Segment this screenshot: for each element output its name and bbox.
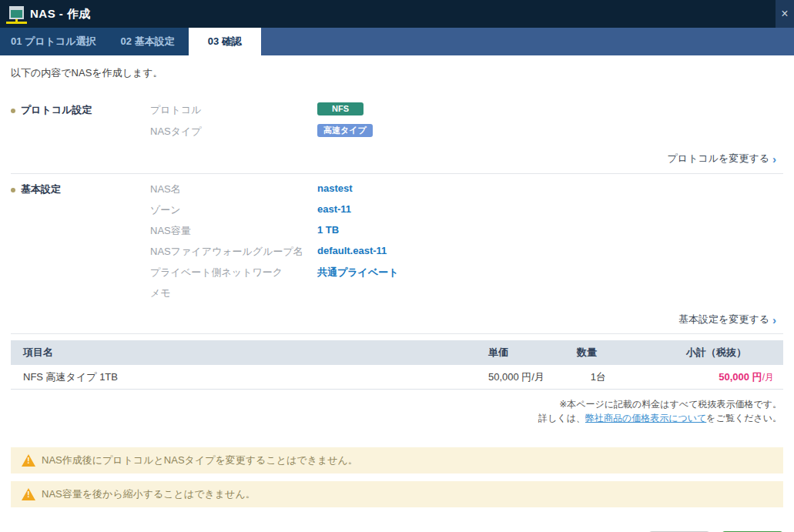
dialog-titlebar: NAS - 作成 ×: [0, 0, 794, 28]
tax-note: ※本ページに記載の料金はすべて税抜表示価格です。 詳しくは、弊社商品の価格表示に…: [11, 397, 783, 425]
change-protocol-link[interactable]: プロトコルを変更する ›: [11, 152, 776, 166]
nas-type-badge: 高速タイプ: [317, 124, 373, 137]
dialog-title: NAS - 作成: [30, 7, 91, 22]
warning-protocol-immutable: ! NAS作成後にプロトコルとNASタイプを変更することはできません。: [11, 447, 783, 473]
field-value-zone: east-11: [317, 202, 783, 223]
field-label: ゾーン: [150, 202, 317, 223]
warning-capacity-no-shrink: ! NAS容量を後から縮小することはできません。: [11, 481, 783, 507]
tax-note-line2: 詳しくは、弊社商品の価格表示についてをご覧ください。: [11, 411, 782, 425]
section-title-protocol: プロトコル設定: [21, 103, 92, 117]
field-label: NASファイアウォールグループ名: [150, 244, 317, 265]
field-value-capacity: 1 TB: [317, 223, 783, 244]
col-header-quantity: 数量: [544, 346, 606, 360]
section-title-basic: 基本設定: [21, 182, 61, 196]
warning-icon: !: [22, 454, 35, 467]
field-value-private-network: 共通プライベート: [317, 265, 783, 286]
field-label: NAS名: [150, 182, 317, 202]
warning-text: NAS作成後にプロトコルとNASタイプを変更することはできません。: [42, 453, 358, 467]
close-icon[interactable]: ×: [776, 0, 794, 28]
field-value-memo: [317, 286, 783, 306]
field-label: NAS容量: [150, 223, 317, 244]
change-basic-settings-link[interactable]: 基本設定を変更する ›: [11, 313, 776, 326]
warning-text: NAS容量を後から縮小することはできません。: [42, 487, 256, 501]
col-header-subtotal: 小計（税抜）: [606, 346, 783, 360]
price-table: 項目名 単価 数量 小計（税抜） NFS 高速タイプ 1TB 50,000 円/…: [11, 340, 783, 390]
tab-confirm[interactable]: 03 確認: [189, 28, 261, 55]
field-label: プロトコル: [150, 102, 317, 124]
tax-note-line1: ※本ページに記載の料金はすべて税抜表示価格です。: [11, 397, 782, 411]
section-bullet: [11, 109, 15, 113]
tab-basic-settings[interactable]: 02 基本設定: [107, 28, 189, 55]
basic-settings-section: 基本設定 NAS名 nastest ゾーン east-11 NAS容量 1 TB…: [11, 182, 783, 306]
cell-unit-price: 50,000 円/月: [421, 370, 544, 384]
cell-item-name: NFS 高速タイプ 1TB: [11, 370, 421, 384]
col-header-item: 項目名: [11, 346, 421, 360]
pricing-policy-link[interactable]: 弊社商品の価格表示について: [585, 413, 706, 423]
wizard-tabbar: 01 プロトコル選択 02 基本設定 03 確認: [0, 28, 794, 55]
intro-text: 以下の内容でNASを作成します。: [11, 66, 783, 80]
col-header-unit-price: 単価: [421, 346, 544, 360]
field-value-nas-name: nastest: [317, 182, 783, 202]
nas-create-dialog: NAS - 作成 × 01 プロトコル選択 02 基本設定 03 確認 以下の内…: [0, 0, 794, 532]
protocol-badge: NFS: [317, 102, 363, 115]
field-label: NASタイプ: [150, 124, 317, 146]
field-value-firewall-group: default.east-11: [317, 244, 783, 265]
section-bullet: [11, 188, 15, 192]
chevron-right-icon: ›: [772, 154, 776, 164]
warning-icon: !: [22, 488, 35, 500]
chevron-right-icon: ›: [772, 315, 776, 325]
section-divider: [11, 173, 783, 174]
cell-quantity: 1台: [544, 370, 606, 384]
nas-icon: [9, 6, 24, 19]
field-label: メモ: [150, 286, 317, 306]
price-table-header: 項目名 単価 数量 小計（税抜）: [11, 340, 783, 365]
cell-subtotal: 50,000 円/月: [606, 370, 783, 384]
tab-protocol-select[interactable]: 01 プロトコル選択: [0, 28, 107, 55]
protocol-section: プロトコル設定 プロトコル NFS NASタイプ 高速タイプ: [11, 102, 783, 146]
confirm-panel: 以下の内容でNASを作成します。 プロトコル設定 プロトコル NFS NASタイ…: [0, 55, 794, 532]
field-label: プライベート側ネットワーク: [150, 265, 317, 286]
price-table-row: NFS 高速タイプ 1TB 50,000 円/月 1台 50,000 円/月: [11, 365, 783, 389]
section-divider: [11, 333, 783, 334]
